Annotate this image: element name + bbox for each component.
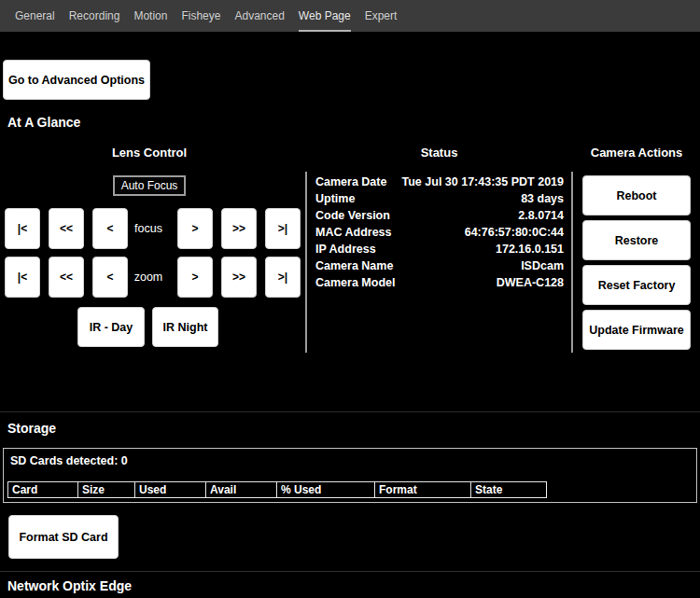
reboot-button[interactable]: Reboot [582,175,691,216]
tab-motion[interactable]: Motion [133,0,167,32]
column-header-size: Size [77,481,135,498]
status-heading: Status [305,146,573,160]
status-row-mac-address: MAC Address 64:76:57:80:0C:44 [315,224,564,241]
storage-heading: Storage [7,421,56,436]
status-row-camera-date: Camera Date Tue Jul 30 17:43:35 PDT 2019 [315,174,564,190]
status-value: 64:76:57:80:0C:44 [465,226,564,239]
status-row-camera-model: Camera Model DWEA-C128 [315,274,564,291]
status-label: IP Address [315,243,376,256]
ir-day-button[interactable]: IR - Day [77,307,145,347]
tab-advanced[interactable]: Advanced [234,0,284,32]
focus-fast-in-button[interactable]: >> [221,208,257,249]
at-a-glance-heading: At A Glance [7,115,80,130]
focus-in-button[interactable]: > [177,208,213,249]
column-header-used: Used [134,481,206,498]
update-firmware-button[interactable]: Update Firmware [582,310,691,350]
reset-factory-button[interactable]: Reset Factory [582,265,691,305]
zoom-seek-start-button[interactable]: |< [5,257,40,298]
focus-out-button[interactable]: < [92,208,128,249]
focus-seek-start-button[interactable]: |< [5,208,40,249]
focus-controls-row: |< << < focus > >> >| [5,208,301,249]
sd-cards-detected-text: SD Cards detected: 0 [10,454,128,467]
tab-fisheye[interactable]: Fisheye [181,0,220,32]
status-panel: Camera Date Tue Jul 30 17:43:35 PDT 2019… [305,172,573,353]
status-row-code-version: Code Version 2.8.0714 [315,207,564,224]
camera-actions-heading: Camera Actions [579,146,694,160]
camera-web-settings-page: General Recording Motion Fisheye Advance… [0,0,700,598]
status-value: DWEA-C128 [497,276,564,289]
zoom-seek-end-button[interactable]: >| [265,257,301,298]
column-header-state: State [470,481,547,498]
zoom-label: zoom [128,271,169,284]
auto-focus-button[interactable]: Auto Focus [113,175,186,196]
focus-seek-end-button[interactable]: >| [265,208,301,249]
column-header-format: Format [374,481,471,498]
status-label: Camera Model [315,276,395,289]
status-value: 172.16.0.151 [496,243,564,256]
restore-button[interactable]: Restore [582,220,691,260]
ir-night-button[interactable]: IR Night [152,307,218,347]
sd-card-table-header-row: Card Size Used Avail % Used Format State [7,481,547,498]
goto-advanced-options-button[interactable]: Go to Advanced Options [3,60,150,100]
column-header-card: Card [7,481,78,498]
status-label: MAC Address [315,226,392,239]
status-label: Uptime [315,192,355,205]
status-row-ip-address: IP Address 172.16.0.151 [315,241,564,257]
network-optix-edge-heading: Network Optix Edge [7,578,132,593]
zoom-out-button[interactable]: < [92,257,128,298]
lens-control-heading: Lens Control [0,146,299,160]
tab-expert[interactable]: Expert [365,0,398,32]
footer-section-divider [0,571,700,572]
tab-recording[interactable]: Recording [69,0,120,32]
status-label: Code Version [315,209,390,222]
zoom-controls-row: |< << < zoom > >> >| [5,257,301,298]
status-value: 83 days [521,192,564,205]
status-value: ISDcam [521,259,564,272]
zoom-fast-in-button[interactable]: >> [221,257,257,298]
status-label: Camera Name [315,259,393,272]
focus-fast-out-button[interactable]: << [49,208,84,249]
status-row-camera-name: Camera Name ISDcam [315,257,564,274]
tab-web-page[interactable]: Web Page [299,0,351,32]
format-sd-card-button[interactable]: Format SD Card [8,515,119,559]
status-row-uptime: Uptime 83 days [315,190,564,207]
status-value: Tue Jul 30 17:43:35 PDT 2019 [402,175,564,188]
focus-label: focus [128,222,169,235]
column-header-percent-used: % Used [276,481,375,498]
status-value: 2.8.0714 [518,209,564,222]
top-nav: General Recording Motion Fisheye Advance… [0,0,700,32]
tab-general[interactable]: General [15,0,55,32]
zoom-fast-out-button[interactable]: << [49,257,84,298]
storage-section-divider [0,411,700,412]
column-header-avail: Avail [205,481,277,498]
status-label: Camera Date [315,175,386,188]
zoom-in-button[interactable]: > [177,257,213,298]
